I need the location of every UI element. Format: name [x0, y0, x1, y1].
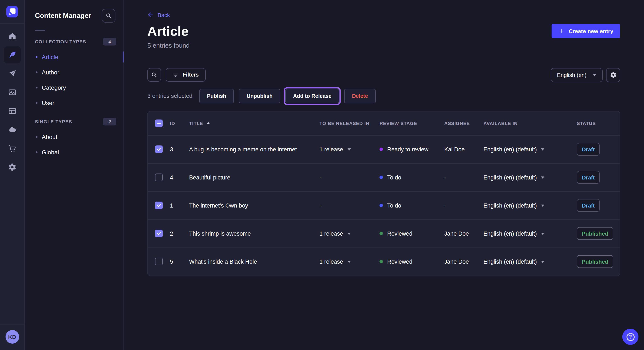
content-manager-icon[interactable]	[4, 46, 21, 63]
filter-icon	[172, 72, 179, 78]
search-button[interactable]	[147, 68, 161, 82]
table-row[interactable]: 4 Beautiful picture - To do - English (e…	[148, 163, 620, 191]
cloud-icon[interactable]	[4, 121, 21, 138]
search-icon	[151, 71, 158, 78]
cell-locale-dropdown[interactable]: English (en) (default)	[484, 146, 577, 153]
page-title: Article	[147, 25, 620, 38]
cell-release-dropdown[interactable]: 1 release	[320, 230, 380, 237]
table-row[interactable]: 5 What's inside a Black Hole 1 release R…	[148, 247, 620, 275]
stage-dot-icon	[380, 232, 383, 235]
selection-count: 3 entries selected	[147, 93, 192, 99]
check-icon	[156, 231, 162, 236]
main-content: Back Article 5 entries found Create new …	[124, 0, 644, 350]
row-checkbox[interactable]	[155, 174, 163, 181]
sidebar-item-global[interactable]: Global	[25, 145, 123, 160]
view-settings-button[interactable]	[606, 68, 620, 82]
chevron-down-icon	[347, 148, 351, 150]
settings-gear-icon[interactable]	[4, 159, 21, 176]
table-row[interactable]: 1 The internet's Own boy - To do - Engli…	[148, 191, 620, 219]
row-checkbox[interactable]	[155, 146, 163, 153]
table-row[interactable]: 3 A bug is becoming a meme on the intern…	[148, 135, 620, 163]
locale-select[interactable]: English (en)	[550, 68, 603, 82]
release-value: 1 release	[320, 230, 343, 237]
column-title-sort[interactable]: TITLE	[189, 121, 210, 126]
create-new-entry-button[interactable]: Create new entry	[552, 24, 620, 38]
cell-locale-dropdown[interactable]: English (en) (default)	[484, 202, 577, 209]
content-type-builder-icon[interactable]	[4, 103, 21, 120]
row-checkbox[interactable]	[155, 201, 163, 209]
sidebar-title: Content Manager	[35, 12, 91, 19]
cell-assignee: Jane Doe	[444, 258, 484, 265]
table-row[interactable]: 2 This shrimp is awesome 1 release Revie…	[148, 219, 620, 247]
chevron-down-icon	[541, 148, 544, 150]
stage-label: To do	[387, 202, 401, 209]
sidebar-search-button[interactable]	[102, 9, 116, 22]
row-checkbox[interactable]	[155, 258, 163, 265]
back-arrow-icon	[147, 11, 154, 18]
question-mark-icon: ?	[626, 333, 634, 341]
cell-id: 5	[170, 258, 189, 265]
cell-locale-dropdown[interactable]: English (en) (default)	[484, 174, 577, 180]
row-checkbox[interactable]	[155, 230, 163, 237]
sidebar-item-about[interactable]: About	[25, 129, 123, 145]
sidebar-item-article[interactable]: Article	[25, 49, 123, 65]
locale-value: English (en) (default)	[484, 174, 537, 180]
cell-id: 3	[170, 146, 189, 153]
sort-ascending-icon	[206, 122, 210, 124]
stage-label: Ready to review	[387, 146, 428, 153]
table-header: ID TITLE TO BE RELEASED IN REVIEW STAGE …	[148, 111, 620, 135]
select-all-checkbox[interactable]	[155, 119, 163, 127]
add-to-release-button[interactable]: Add to Release	[285, 89, 339, 103]
sidebar-item-author[interactable]: Author	[25, 65, 123, 80]
rail-bottom: KD	[0, 324, 24, 350]
publish-button[interactable]: Publish	[199, 89, 234, 103]
cell-review-stage: Reviewed	[380, 230, 444, 237]
release-value: 1 release	[320, 258, 343, 265]
bullet-icon	[36, 102, 38, 104]
cell-release-dropdown[interactable]: 1 release	[320, 258, 380, 265]
cell-release-dropdown[interactable]: 1 release	[320, 146, 380, 153]
column-id: ID	[170, 121, 189, 126]
home-icon[interactable]	[4, 28, 21, 45]
cell-title: What's inside a Black Hole	[189, 258, 320, 265]
marketplace-cart-icon[interactable]	[4, 140, 21, 157]
sidebar-item-user[interactable]: User	[25, 95, 123, 111]
collection-types-label: COLLECTION TYPES	[35, 39, 86, 44]
single-types-section: SINGLE TYPES 2 About Global	[25, 118, 123, 160]
sidebar-item-label: Category	[42, 84, 66, 91]
back-link[interactable]: Back	[147, 11, 170, 18]
unpublish-button[interactable]: Unpublish	[239, 89, 280, 103]
main-nav-rail: KD	[0, 0, 25, 350]
cell-locale-dropdown[interactable]: English (en) (default)	[484, 258, 577, 265]
sidebar-item-category[interactable]: Category	[25, 80, 123, 95]
cell-assignee: Kai Doe	[444, 146, 484, 153]
locale-value: English (en) (default)	[484, 202, 537, 209]
stage-dot-icon	[380, 204, 383, 207]
cell-id: 1	[170, 202, 189, 209]
user-avatar[interactable]: KD	[5, 330, 19, 344]
cell-assignee: Jane Doe	[444, 230, 484, 237]
entries-count: 5 entries found	[147, 41, 620, 49]
strapi-logo[interactable]	[6, 6, 18, 17]
chevron-down-icon	[541, 232, 544, 234]
stage-dot-icon	[380, 176, 383, 179]
chevron-down-icon	[541, 176, 544, 178]
filters-button[interactable]: Filters	[166, 68, 206, 82]
stage-dot-icon	[380, 260, 383, 263]
cell-id: 4	[170, 174, 189, 180]
media-library-icon[interactable]	[4, 84, 21, 101]
delete-button[interactable]: Delete	[344, 89, 376, 103]
sidebar-item-label: Author	[42, 69, 60, 76]
bullet-icon	[36, 151, 38, 153]
cell-title: The internet's Own boy	[189, 202, 320, 209]
cell-assignee: -	[444, 202, 484, 209]
sidebar-divider	[35, 30, 45, 31]
column-review-stage: REVIEW STAGE	[380, 121, 444, 126]
cell-locale-dropdown[interactable]: English (en) (default)	[484, 230, 577, 237]
help-button[interactable]: ?	[622, 329, 638, 345]
entries-table: ID TITLE TO BE RELEASED IN REVIEW STAGE …	[147, 111, 620, 276]
locale-value: English (en) (default)	[484, 258, 537, 265]
releases-icon[interactable]	[4, 65, 21, 82]
cell-review-stage: To do	[380, 174, 444, 180]
collection-types-count: 4	[103, 38, 116, 45]
